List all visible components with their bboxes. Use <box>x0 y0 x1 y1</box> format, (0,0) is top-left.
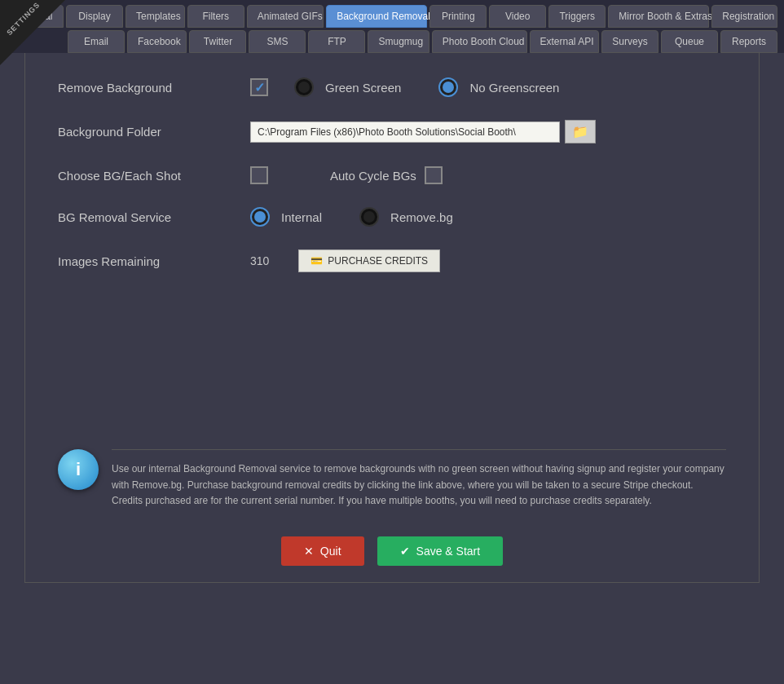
path-input-wrapper: 📁 <box>250 120 596 143</box>
remove-background-label: Remove Background <box>58 81 237 95</box>
quit-button[interactable]: ✕ Quit <box>281 536 364 566</box>
tab-sms[interactable]: SMS <box>249 30 306 53</box>
tab-facebook[interactable]: Facebook <box>127 30 187 53</box>
save-icon: ✔ <box>400 545 410 558</box>
images-remaining-count: 310 <box>250 254 269 267</box>
remove-background-checkbox[interactable] <box>250 78 268 96</box>
tab-queue[interactable]: Queue <box>661 30 718 53</box>
tab-templates[interactable]: Templates <box>126 5 185 28</box>
tab-bar: GeneralDisplayTemplatesFiltersAnimated G… <box>0 0 784 53</box>
settings-ribbon: SETTINGS <box>0 0 65 65</box>
tab-row-1: GeneralDisplayTemplatesFiltersAnimated G… <box>7 5 777 28</box>
tab-printing[interactable]: Printing <box>429 5 487 28</box>
tab-surveys[interactable]: Surveys <box>601 30 658 53</box>
internal-radio[interactable] <box>250 207 270 227</box>
green-screen-label: Green Screen <box>325 81 401 95</box>
tab-twitter[interactable]: Twitter <box>189 30 246 53</box>
quit-label: Quit <box>320 545 341 558</box>
purchase-credits-label: PURCHASE CREDITS <box>328 255 428 267</box>
tab-triggers[interactable]: Triggers <box>548 5 606 28</box>
browse-folder-button[interactable]: 📁 <box>565 120 596 143</box>
tab-external-api[interactable]: External API <box>530 30 600 53</box>
bottom-bar: ✕ Quit ✔ Save & Start <box>25 536 759 566</box>
choose-bg-label: Choose BG/Each Shot <box>58 169 237 183</box>
background-folder-label: Background Folder <box>58 125 237 139</box>
save-start-button[interactable]: ✔ Save & Start <box>377 536 504 566</box>
tab-row-2: EmailFacebookTwitterSMSFTPSmugmugPhoto B… <box>7 30 777 53</box>
settings-ribbon-text: SETTINGS <box>5 1 42 38</box>
tab-video[interactable]: Video <box>489 5 546 28</box>
internal-label: Internal <box>281 210 322 224</box>
tab-registration[interactable]: Registration <box>711 5 777 28</box>
removebg-radio[interactable] <box>359 207 379 227</box>
folder-icon: 📁 <box>572 124 588 139</box>
images-remaining-row: Images Remaining 310 💳 PURCHASE CREDITS <box>58 249 726 272</box>
tab-reports[interactable]: Reports <box>720 30 777 53</box>
background-folder-row: Background Folder 📁 <box>58 120 726 143</box>
auto-cycle-label: Auto Cycle BGs <box>330 169 416 183</box>
choose-bg-row: Choose BG/Each Shot Auto Cycle BGs <box>58 166 726 184</box>
no-greenscreen-radio[interactable] <box>438 77 458 97</box>
bg-removal-service-row: BG Removal Service Internal Remove.bg <box>58 207 726 227</box>
choose-bg-checkbox[interactable] <box>250 166 268 184</box>
info-icon: i <box>58 449 99 490</box>
bg-removal-service-label: BG Removal Service <box>58 210 237 224</box>
tab-display[interactable]: Display <box>66 5 123 28</box>
tab-photo-booth-cloud[interactable]: Photo Booth Cloud <box>432 30 527 53</box>
tab-background-removal[interactable]: Background Removal <box>326 5 427 28</box>
main-content: Remove Background Green Screen No Greens… <box>24 53 760 583</box>
tab-smugmug[interactable]: Smugmug <box>368 30 429 53</box>
images-remaining-label: Images Remaining <box>58 254 237 268</box>
background-folder-input[interactable] <box>250 121 560 143</box>
info-box: i Use our internal Background Removal se… <box>50 449 734 509</box>
removebg-label: Remove.bg <box>390 210 453 224</box>
tab-filters[interactable]: Filters <box>187 5 244 28</box>
app-wrapper: SETTINGS GeneralDisplayTemplatesFiltersA… <box>0 0 784 684</box>
settings-ribbon-inner: SETTINGS <box>0 0 65 65</box>
tab-mirror-booth--extras[interactable]: Mirror Booth & Extras <box>608 5 709 28</box>
no-greenscreen-label: No Greenscreen <box>469 81 559 95</box>
info-text: Use our internal Background Removal serv… <box>112 449 726 509</box>
green-screen-radio[interactable] <box>294 77 314 97</box>
save-label: Save & Start <box>416 545 481 558</box>
tab-ftp[interactable]: FTP <box>308 30 365 53</box>
auto-cycle-checkbox[interactable] <box>425 166 443 184</box>
quit-icon: ✕ <box>304 545 314 558</box>
remove-background-row: Remove Background Green Screen No Greens… <box>58 77 726 97</box>
credit-card-icon: 💳 <box>311 255 323 267</box>
purchase-credits-button[interactable]: 💳 PURCHASE CREDITS <box>298 249 440 272</box>
tab-animated-gifs[interactable]: Animated GIFs <box>247 5 324 28</box>
tab-email[interactable]: Email <box>68 30 125 53</box>
